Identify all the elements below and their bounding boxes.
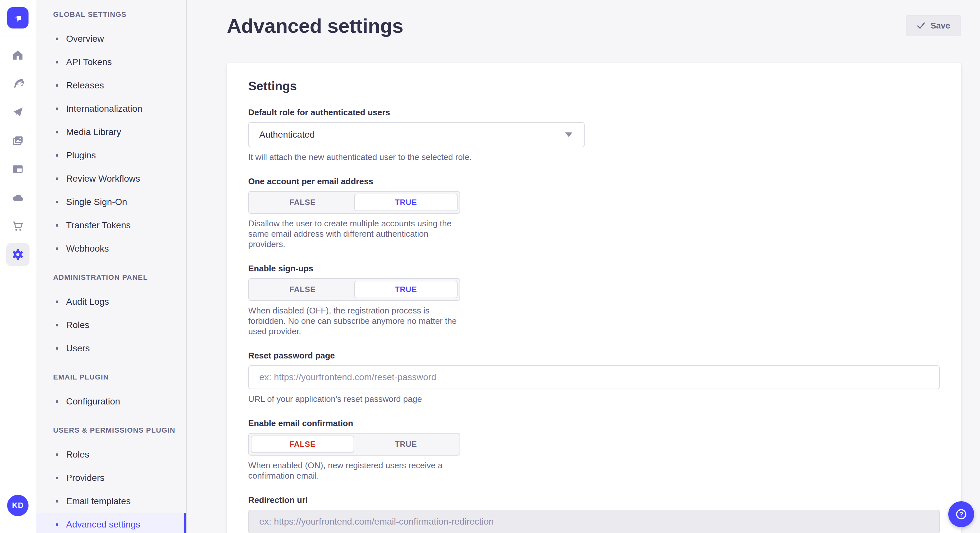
sidebar-item-media-library[interactable]: Media Library [36, 121, 186, 144]
bullet-icon [56, 108, 58, 110]
reset-password-label: Reset password page [248, 351, 940, 361]
save-button[interactable]: Save [906, 15, 961, 36]
rail-nav [6, 43, 30, 266]
one-account-false-option[interactable]: FALSE [251, 194, 354, 211]
bullet-icon [56, 500, 58, 503]
sidebar-item-transfer-tokens[interactable]: Transfer Tokens [36, 214, 186, 237]
bullet-icon [56, 224, 58, 227]
svg-text:?: ? [959, 511, 963, 518]
help-button[interactable]: ? [948, 501, 974, 527]
sidebar-item-admin-roles[interactable]: Roles [36, 314, 186, 337]
default-role-select[interactable]: Authenticated [248, 122, 585, 148]
enable-signups-toggle: FALSE TRUE [248, 278, 460, 301]
feather-icon[interactable] [6, 72, 30, 95]
one-account-toggle: FALSE TRUE [248, 191, 460, 214]
sidebar-item-single-sign-on[interactable]: Single Sign-On [36, 190, 186, 214]
main-content: Advanced settings Save Settings Default … [187, 0, 980, 533]
bullet-icon [56, 324, 58, 327]
field-reset-password: Reset password page URL of your applicat… [248, 351, 940, 404]
field-redirection-url: Redirection url [248, 495, 940, 533]
chevron-down-icon [565, 132, 572, 137]
bullet-icon [56, 400, 58, 403]
field-default-role: Default role for authenticated users Aut… [248, 108, 940, 162]
sidebar-item-up-roles[interactable]: Roles [36, 443, 186, 466]
settings-sidebar: GLOBAL SETTINGS Overview API Tokens Rele… [36, 0, 187, 533]
sidebar-item-api-tokens[interactable]: API Tokens [36, 51, 186, 74]
bullet-icon [56, 84, 58, 87]
gear-icon[interactable] [6, 243, 30, 266]
sidebar-item-releases[interactable]: Releases [36, 74, 186, 97]
one-account-label: One account per email address [248, 176, 940, 187]
bullet-icon [56, 178, 58, 180]
section-title-email-plugin: EMAIL PLUGIN [53, 373, 186, 381]
bullet-icon [56, 201, 58, 203]
one-account-hint: Disallow the user to create multiple acc… [248, 218, 465, 249]
redirection-url-input[interactable] [248, 510, 940, 533]
sidebar-section-users-permissions-plugin: USERS & PERMISSIONS PLUGIN Roles Provide… [36, 426, 186, 533]
email-confirmation-label: Enable email confirmation [248, 418, 940, 428]
sidebar-section-global-settings: GLOBAL SETTINGS Overview API Tokens Rele… [36, 10, 186, 260]
sidebar-item-advanced-settings[interactable]: Advanced settings [36, 513, 186, 533]
paper-plane-icon[interactable] [6, 100, 30, 124]
sidebar-section-administration-panel: ADMINISTRATION PANEL Audit Logs Roles Us… [36, 273, 186, 360]
default-role-hint: It will attach the new authenticated use… [248, 152, 940, 162]
field-email-confirmation: Enable email confirmation FALSE TRUE Whe… [248, 418, 940, 481]
reset-password-hint: URL of your application's reset password… [248, 394, 940, 404]
sidebar-item-internationalization[interactable]: Internationalization [36, 97, 186, 121]
sidebar-item-review-workflows[interactable]: Review Workflows [36, 167, 186, 190]
question-mark-icon: ? [955, 508, 968, 521]
enable-signups-hint: When disabled (OFF), the registration pr… [248, 305, 465, 336]
card-heading: Settings [248, 79, 940, 93]
enable-signups-false-option[interactable]: FALSE [251, 281, 354, 298]
section-title-users-permissions-plugin: USERS & PERMISSIONS PLUGIN [53, 426, 186, 435]
rail-footer: KD [0, 486, 36, 533]
sidebar-section-email-plugin: EMAIL PLUGIN Configuration [36, 373, 186, 413]
bullet-icon [56, 131, 58, 133]
bullet-icon [56, 154, 58, 157]
field-enable-signups: Enable sign-ups FALSE TRUE When disabled… [248, 263, 940, 336]
bullet-icon [56, 38, 58, 40]
sidebar-item-overview[interactable]: Overview [36, 27, 186, 51]
email-confirmation-false-option[interactable]: FALSE [251, 436, 354, 453]
save-button-label: Save [931, 21, 950, 31]
default-role-label: Default role for authenticated users [248, 108, 940, 117]
sidebar-item-providers[interactable]: Providers [36, 466, 186, 490]
enable-signups-label: Enable sign-ups [248, 263, 940, 274]
shopping-cart-icon[interactable] [6, 214, 30, 238]
email-confirmation-true-option[interactable]: TRUE [354, 436, 458, 453]
sidebar-item-audit-logs[interactable]: Audit Logs [36, 290, 186, 314]
enable-signups-true-option[interactable]: TRUE [354, 281, 458, 298]
page-title: Advanced settings [227, 14, 403, 37]
images-icon[interactable] [6, 129, 30, 152]
bullet-icon [56, 453, 58, 456]
sidebar-item-email-templates[interactable]: Email templates [36, 490, 186, 513]
bullet-icon [56, 523, 58, 526]
redirection-url-label: Redirection url [248, 495, 940, 505]
default-role-value: Authenticated [259, 130, 315, 140]
section-title-administration-panel: ADMINISTRATION PANEL [53, 273, 186, 282]
sidebar-item-plugins[interactable]: Plugins [36, 144, 186, 167]
home-icon[interactable] [6, 43, 30, 67]
bullet-icon [56, 347, 58, 350]
page-header: Advanced settings Save [227, 0, 961, 37]
one-account-true-option[interactable]: TRUE [354, 194, 458, 211]
email-confirmation-toggle: FALSE TRUE [248, 433, 460, 455]
cloud-icon[interactable] [6, 186, 30, 209]
field-one-account: One account per email address FALSE TRUE… [248, 176, 940, 249]
bullet-icon [56, 300, 58, 303]
user-avatar[interactable]: KD [7, 495, 29, 516]
sidebar-item-webhooks[interactable]: Webhooks [36, 237, 186, 260]
sidebar-item-admin-users[interactable]: Users [36, 337, 186, 360]
email-confirmation-hint: When enabled (ON), new registered users … [248, 460, 465, 481]
reset-password-input[interactable] [248, 365, 940, 389]
check-icon [917, 21, 925, 30]
logo-container [0, 0, 36, 36]
bullet-icon [56, 61, 58, 63]
strapi-logo[interactable] [7, 7, 29, 29]
bullet-icon [56, 477, 58, 479]
icon-rail: KD [0, 0, 36, 533]
strapi-logo-icon [12, 12, 24, 24]
sidebar-item-email-configuration[interactable]: Configuration [36, 390, 186, 413]
settings-card: Settings Default role for authenticated … [227, 63, 961, 533]
layout-panel-icon[interactable] [6, 157, 30, 181]
